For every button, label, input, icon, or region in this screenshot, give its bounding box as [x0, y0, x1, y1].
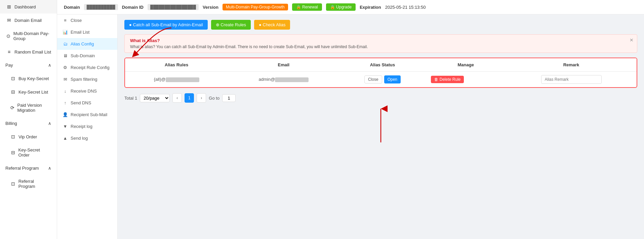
- version-label: Version: [203, 5, 218, 10]
- info-box: What is Alias? What is alias? You can ca…: [124, 34, 637, 53]
- key-secret-list-icon: ⊟: [10, 89, 16, 95]
- receipt-log-icon: ▼: [63, 124, 68, 129]
- create-rules-button[interactable]: ⊕ Create Rules: [211, 20, 251, 30]
- sidebar-item-key-secret-list[interactable]: ⊟ Key-Secret List: [0, 85, 57, 99]
- sub-nav-send-log[interactable]: ▲ Send log: [57, 132, 117, 144]
- email-cell: admin@: [228, 72, 339, 88]
- chevron-up-icon-referral: ∧: [48, 166, 51, 171]
- domain-id-label: Domain ID: [122, 5, 144, 10]
- col-alias-status: Alias Status: [339, 58, 426, 72]
- info-box-title: What is Alias?: [130, 38, 632, 43]
- sidebar-item-referral-program[interactable]: ⊡ Referral Program: [0, 175, 57, 193]
- paid-version-icon: ⟳: [10, 105, 14, 110]
- sidebar-item-random-email[interactable]: ≡ Random Email List: [0, 45, 57, 59]
- remark-input[interactable]: [541, 75, 602, 84]
- sub-nav-email-list[interactable]: 📊 Email List: [57, 26, 117, 38]
- key-secret-order-icon: ⊟: [10, 150, 16, 155]
- alias-table-container: Alias Rules Email Alias Status Manage Re…: [124, 58, 637, 88]
- sub-nav-recipient-sub[interactable]: 👤 Recipient Sub-Mail: [57, 109, 117, 121]
- alias-table: Alias Rules Email Alias Status Manage Re…: [125, 58, 637, 87]
- random-email-icon: ≡: [6, 49, 12, 55]
- page-content: ● Catch all Sub-Email by Admin-Email ⊕ C…: [118, 14, 644, 239]
- expiration-value: 2025-05-21 15:13:50: [385, 5, 426, 10]
- check-alias-button[interactable]: ● Check Alias: [254, 20, 290, 30]
- close-status-button[interactable]: Close: [364, 75, 382, 83]
- open-status-button[interactable]: Open: [384, 75, 401, 83]
- sub-nav: ≡ Close 📊 Email List 🗂 Alias Config 🖥 Su…: [57, 14, 118, 239]
- catch-all-button[interactable]: ● Catch all Sub-Email by Admin-Email: [124, 20, 208, 30]
- sidebar-item-key-secret-order[interactable]: ⊟ Key-Secret Order: [0, 143, 57, 162]
- sub-nav-spam[interactable]: ✉ Spam filtering: [57, 73, 117, 85]
- send-log-icon: ▲: [63, 136, 68, 141]
- total-label: Total 1: [124, 96, 137, 101]
- col-manage: Manage: [426, 58, 506, 72]
- table-row: {all}@ admin@ Close Open: [125, 72, 637, 88]
- delete-rule-button[interactable]: 🗑 Delete Rule: [431, 76, 464, 83]
- chevron-up-icon: ∧: [48, 63, 51, 68]
- info-box-text: What is alias? You can catch all Sub-Ema…: [130, 44, 632, 49]
- version-badge: Multi-Domain Pay-Group-Growth: [223, 4, 288, 10]
- next-page-button[interactable]: ›: [197, 93, 206, 103]
- prev-page-button[interactable]: ‹: [172, 93, 182, 103]
- sidebar-item-vip-order[interactable]: ⊡ Vip Order: [0, 130, 57, 143]
- sidebar-item-multi-domain[interactable]: ⊙ Multi-Domain Pay-Group: [0, 27, 57, 45]
- sub-nav-receipt-log[interactable]: ▼ Receipt log: [57, 121, 117, 132]
- per-page-select[interactable]: 20/page 50/page 100/page: [140, 94, 170, 102]
- recipient-sub-icon: 👤: [63, 112, 68, 117]
- email-list-icon: 📊: [63, 30, 68, 35]
- sub-nav-close[interactable]: ≡ Close: [57, 14, 117, 26]
- expiration-label: Expiration: [360, 5, 381, 10]
- sub-nav-receive-dns[interactable]: ↓ Receive DNS: [57, 85, 117, 97]
- receipt-rule-icon: ⚙: [63, 65, 68, 70]
- receive-dns-icon: ↓: [63, 89, 68, 94]
- upgrade-button[interactable]: 🔒 Upgrade: [326, 3, 356, 11]
- goto-label: Go to: [209, 96, 219, 101]
- sidebar: ⊞ Dashboard ✉ Domain Email ⊙ Multi-Domai…: [0, 0, 57, 239]
- domain-value: ██████████: [84, 4, 118, 10]
- toolbar: ● Catch all Sub-Email by Admin-Email ⊕ C…: [124, 20, 637, 30]
- sidebar-item-domain-email[interactable]: ✉ Domain Email: [0, 13, 57, 27]
- domain-id-value: ████████████████: [148, 4, 199, 10]
- spam-icon: ✉: [63, 77, 68, 82]
- main-area: Domain ██████████ Domain ID ████████████…: [57, 0, 644, 239]
- buy-key-icon: ⊡: [10, 76, 16, 81]
- chevron-up-icon-billing: ∧: [48, 121, 51, 126]
- alias-status-cell: Close Open: [339, 72, 426, 88]
- referral-icon: ⊡: [10, 181, 16, 186]
- sidebar-item-dashboard[interactable]: ⊞ Dashboard: [0, 0, 57, 13]
- goto-input[interactable]: [222, 94, 236, 102]
- alias-rules-cell: {all}@: [125, 72, 228, 88]
- header-bar: Domain ██████████ Domain ID ████████████…: [57, 0, 644, 14]
- sub-nav-send-dns[interactable]: ↑ Send DNS: [57, 97, 117, 109]
- sidebar-group-referral[interactable]: Referral Program ∧: [0, 162, 57, 175]
- dashboard-icon: ⊞: [6, 4, 12, 9]
- page-1-button[interactable]: 1: [185, 93, 194, 103]
- alias-config-icon: 🗂: [63, 41, 68, 46]
- sidebar-group-pay[interactable]: Pay ∧: [0, 59, 57, 72]
- remark-cell: [506, 72, 637, 88]
- col-email: Email: [228, 58, 339, 72]
- send-dns-icon: ↑: [63, 100, 68, 105]
- sub-domain-icon: 🖥: [63, 53, 68, 58]
- multi-domain-icon: ⊙: [6, 33, 11, 39]
- vip-order-icon: ⊡: [10, 134, 16, 139]
- pagination: Total 1 20/page 50/page 100/page ‹ 1 › G…: [124, 93, 637, 103]
- sub-nav-alias-config[interactable]: 🗂 Alias Config: [57, 38, 117, 50]
- renewal-button[interactable]: 🔒 Renewal: [292, 3, 322, 11]
- manage-cell: 🗑 Delete Rule: [426, 72, 506, 88]
- close-nav-icon: ≡: [63, 18, 68, 23]
- sidebar-group-billing[interactable]: Billing ∧: [0, 117, 57, 130]
- sidebar-item-buy-key[interactable]: ⊡ Buy Key-Secret: [0, 72, 57, 85]
- content-wrapper: ≡ Close 📊 Email List 🗂 Alias Config 🖥 Su…: [57, 14, 644, 239]
- sub-nav-sub-domain[interactable]: 🖥 Sub-Domain: [57, 50, 117, 62]
- domain-email-icon: ✉: [6, 18, 12, 23]
- info-box-close-button[interactable]: ✕: [630, 37, 634, 43]
- sidebar-item-paid-version[interactable]: ⟳ Paid Version Migration: [0, 99, 57, 117]
- sub-nav-receipt-rule[interactable]: ⚙ Receipt Rule Config: [57, 62, 117, 73]
- col-remark: Remark: [506, 58, 637, 72]
- domain-label: Domain: [64, 5, 80, 10]
- col-alias-rules: Alias Rules: [125, 58, 228, 72]
